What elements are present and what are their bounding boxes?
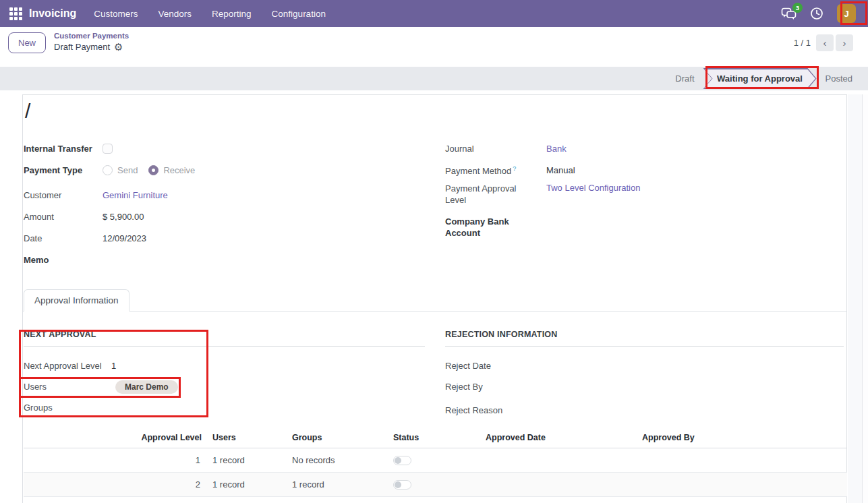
payment-approval-level-label: Payment Approval Level: [445, 183, 546, 206]
field-next-approval-level: Next Approval Level 1: [24, 355, 425, 376]
users-label: Users: [24, 382, 111, 392]
table-row[interactable]: 1 1 record No records: [24, 448, 847, 473]
payment-method-label: Payment Method?: [445, 163, 546, 177]
internal-transfer-label: Internal Transfer: [24, 143, 103, 154]
amount-value[interactable]: $ 5,900.00: [103, 212, 144, 222]
table-header-row: Approval Level Users Groups Status Appro…: [24, 430, 847, 448]
user-tag-marc-demo[interactable]: Marc Demo: [115, 380, 178, 394]
pager-previous-button[interactable]: ‹: [816, 34, 834, 51]
app-name[interactable]: Invoicing: [29, 7, 76, 20]
col-status[interactable]: Status: [388, 430, 480, 448]
pager-next-button[interactable]: ›: [836, 34, 853, 51]
menu-vendors[interactable]: Vendors: [158, 9, 192, 19]
payment-method-value[interactable]: Manual: [546, 165, 575, 175]
col-approved-by[interactable]: Approved By: [637, 430, 847, 448]
customer-value-link[interactable]: Gemini Furniture: [103, 190, 168, 200]
col-approval-level[interactable]: Approval Level: [24, 430, 207, 448]
help-question-icon[interactable]: ?: [513, 165, 516, 172]
field-customer: Customer Gemini Furniture: [24, 184, 425, 206]
col-approved-date[interactable]: Approved Date: [480, 430, 637, 448]
tab-approval-information[interactable]: Approval Information: [24, 289, 129, 312]
payment-type-receive-label: Receive: [163, 165, 195, 175]
field-reject-reason: Reject Reason: [445, 400, 844, 421]
field-payment-method: Payment Method? Manual: [445, 159, 844, 181]
status-toggle[interactable]: [393, 456, 411, 465]
journal-value-link[interactable]: Bank: [546, 144, 567, 154]
field-reject-by: Reject By: [445, 376, 844, 397]
payment-type-receive-radio[interactable]: [148, 165, 158, 175]
menu-configuration[interactable]: Configuration: [272, 9, 326, 19]
cell-users: 1 record: [207, 448, 287, 473]
col-groups[interactable]: Groups: [287, 430, 388, 448]
reject-date-label: Reject Date: [445, 361, 533, 371]
field-group-left: Internal Transfer Payment Type Send Rece…: [24, 138, 425, 270]
field-groups: Groups: [24, 397, 425, 418]
field-group-right: Journal Bank Payment Method? Manual Paym…: [445, 138, 844, 247]
date-value[interactable]: 12/09/2023: [103, 233, 146, 243]
cell-approved-date: [480, 448, 637, 473]
field-payment-approval-level: Payment Approval Level Two Level Configu…: [445, 181, 844, 214]
gear-icon[interactable]: ⚙: [114, 41, 123, 54]
statusbar: Draft Waiting for Approval Posted: [0, 67, 868, 90]
navbar-systray: 3 J: [781, 4, 860, 23]
customer-label: Customer: [24, 189, 103, 201]
main-menu: Customers Vendors Reporting Configuratio…: [94, 9, 326, 19]
amount-label: Amount: [24, 211, 103, 223]
user-avatar[interactable]: J: [837, 4, 856, 23]
groups-label: Groups: [24, 403, 111, 413]
status-posted[interactable]: Posted: [817, 73, 861, 84]
internal-transfer-checkbox[interactable]: [103, 144, 113, 154]
field-memo: Memo: [24, 249, 425, 270]
record-pager: 1 / 1 ‹ ›: [794, 34, 860, 51]
menu-reporting[interactable]: Reporting: [212, 9, 252, 19]
memo-label: Memo: [24, 254, 103, 266]
breadcrumb-current-label: Draft Payment: [54, 42, 110, 53]
messages-icon[interactable]: 3: [781, 7, 797, 20]
cell-approved-by: [637, 473, 847, 497]
payment-type-send-radio[interactable]: [103, 165, 113, 175]
col-users[interactable]: Users: [207, 430, 287, 448]
status-draft[interactable]: Draft: [666, 73, 703, 84]
top-navbar: Invoicing Customers Vendors Reporting Co…: [0, 0, 868, 27]
rejection-information-section: REJECTION INFORMATION Reject Date Reject…: [445, 330, 844, 421]
next-approval-level-label: Next Approval Level: [24, 361, 111, 371]
notebook-tabbar: Approval Information: [23, 289, 846, 312]
next-approval-level-value[interactable]: 1: [111, 361, 116, 371]
reject-by-label: Reject By: [445, 382, 533, 392]
reject-reason-label: Reject Reason: [445, 405, 533, 415]
field-internal-transfer: Internal Transfer: [24, 138, 425, 159]
cell-approved-date: [480, 473, 637, 497]
payment-type-label: Payment Type: [24, 165, 103, 176]
table-row[interactable]: 2 1 record 1 record: [24, 473, 847, 497]
status-waiting-for-approval-active[interactable]: Waiting for Approval: [703, 68, 817, 89]
payment-name-title[interactable]: /: [25, 100, 30, 123]
breadcrumb-current: Draft Payment ⚙: [54, 41, 129, 54]
pager-counter: 1 / 1: [794, 38, 811, 48]
field-payment-type: Payment Type Send Receive: [24, 159, 425, 181]
status-active-label: Waiting for Approval: [717, 73, 803, 84]
control-panel: New Customer Payments Draft Payment ⚙ 1 …: [0, 27, 868, 58]
cell-status: [388, 448, 480, 473]
cell-approved-by: [637, 448, 847, 473]
field-amount: Amount $ 5,900.00: [24, 206, 425, 227]
next-approval-title: NEXT APPROVAL: [24, 330, 425, 347]
payment-approval-level-value-link[interactable]: Two Level Configuration: [546, 183, 640, 193]
breadcrumb-parent-link[interactable]: Customer Payments: [54, 31, 129, 40]
new-button[interactable]: New: [8, 32, 46, 53]
menu-customers[interactable]: Customers: [94, 9, 138, 19]
field-company-bank-account: Company Bank Account: [445, 214, 844, 247]
activities-clock-icon[interactable]: [810, 7, 823, 20]
approval-lines-table: Approval Level Users Groups Status Appro…: [24, 430, 847, 497]
field-reject-date: Reject Date: [445, 355, 844, 376]
rejection-information-title: REJECTION INFORMATION: [445, 330, 844, 347]
cell-users: 1 record: [207, 473, 287, 497]
field-users: Users Marc Demo: [24, 376, 425, 397]
cell-approval-level: 2: [24, 473, 207, 497]
apps-grid-icon[interactable]: [9, 7, 22, 20]
scrollbar-track[interactable]: [862, 94, 868, 503]
next-approval-section: NEXT APPROVAL Next Approval Level 1 User…: [24, 330, 425, 418]
cell-status: [388, 473, 480, 497]
status-toggle[interactable]: [393, 480, 411, 490]
journal-label: Journal: [445, 143, 546, 154]
cell-approval-level: 1: [24, 448, 207, 473]
